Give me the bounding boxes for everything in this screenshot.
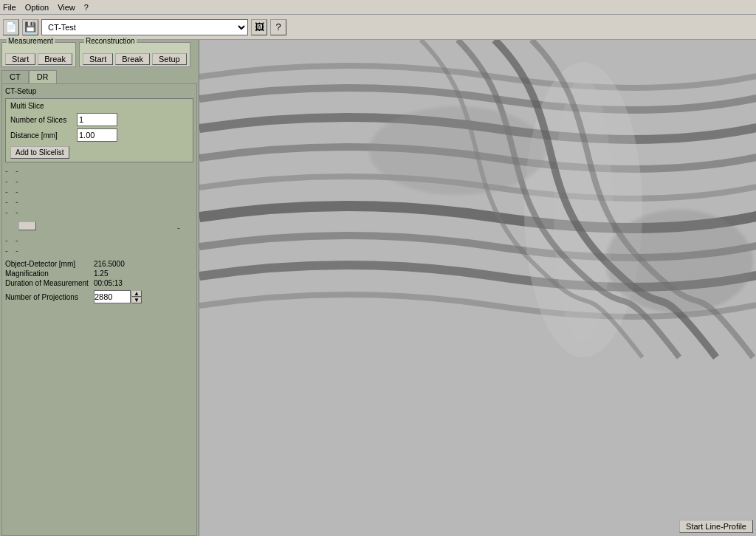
ct-sinogram-image (199, 40, 756, 536)
toolbar: 📄 💾 CT-Test 🖼 ? (0, 15, 756, 40)
project-dropdown[interactable]: CT-Test (41, 19, 248, 35)
multislice-title: Multi Slice (10, 102, 188, 110)
start-lineprofile-button[interactable]: Start Line-Profile (679, 520, 753, 533)
reconstruction-start-button[interactable]: Start (83, 53, 113, 65)
reconstruction-break-button[interactable]: Break (115, 53, 150, 65)
slider-row-1: - - (5, 165, 193, 176)
slider-row-2: - - (5, 176, 193, 186)
ct-setup-panel: CT-Setup Multi Slice Number of Slices Di… (1, 83, 197, 536)
tab-bar: CT DR (1, 70, 197, 83)
add-to-slicelist-button[interactable]: Add to Slicelist (10, 146, 69, 159)
ct-setup-label: CT-Setup (5, 87, 193, 95)
slider-row-5: - - (5, 207, 193, 217)
reconstruction-label: Reconstruction (84, 37, 137, 45)
projections-down-button[interactable]: ▼ (131, 297, 142, 303)
slider-row-8: - - (5, 245, 193, 255)
main-area: Measurement Start Break Reconstruction S… (0, 40, 756, 536)
tab-ct[interactable]: CT (1, 70, 29, 83)
object-detector-row: Object-Detector [mm] 216.5000 (5, 260, 193, 268)
svg-point-3 (369, 106, 546, 195)
sliders-area: - - - - - - - - - - (5, 165, 193, 255)
svg-point-4 (605, 210, 753, 313)
projections-input[interactable] (94, 290, 131, 303)
reconstruction-setup-button[interactable]: Setup (152, 53, 187, 65)
measurement-break-button[interactable]: Break (38, 53, 72, 65)
measurement-group: Measurement Start Break (1, 42, 76, 67)
measurement-start-button[interactable]: Start (5, 53, 35, 65)
distance-input[interactable] (77, 128, 117, 142)
menu-file[interactable]: File (3, 3, 16, 12)
projections-row: Number of Projections ▲ ▼ (5, 290, 193, 303)
projections-up-button[interactable]: ▲ (131, 290, 142, 297)
duration-row: Duration of Measurement 00:05:13 (5, 279, 193, 287)
menu-option[interactable]: Option (25, 3, 49, 12)
tab-dr[interactable]: DR (29, 70, 57, 83)
num-slices-label: Number of Slices (10, 116, 77, 124)
measurement-label: Measurement (7, 37, 55, 45)
slider-row-7: - - (5, 235, 193, 245)
slider-row-4: - - (5, 196, 193, 207)
save-icon[interactable]: 💾 (22, 19, 38, 35)
sinogram-svg (199, 40, 756, 536)
magnification-row: Magnification 1.25 (5, 269, 193, 278)
reconstruction-group: Reconstruction Start Break Setup (79, 42, 190, 67)
new-icon[interactable]: 📄 (3, 19, 19, 35)
menu-help[interactable]: ? (84, 3, 89, 12)
slider-row-thumb[interactable]: - (5, 217, 193, 235)
menu-bar: File Option View ? (0, 0, 756, 15)
menu-view[interactable]: View (58, 3, 75, 12)
slider-row-3: - - (5, 186, 193, 196)
left-panel: Measurement Start Break Reconstruction S… (0, 40, 199, 536)
multislice-box: Multi Slice Number of Slices Distance [m… (5, 98, 193, 162)
num-slices-input[interactable] (77, 113, 117, 126)
image-icon[interactable]: 🖼 (251, 19, 267, 35)
image-area: Start Line-Profile (199, 40, 756, 536)
help-icon[interactable]: ? (270, 19, 286, 35)
distance-label: Distance [mm] (10, 131, 77, 140)
